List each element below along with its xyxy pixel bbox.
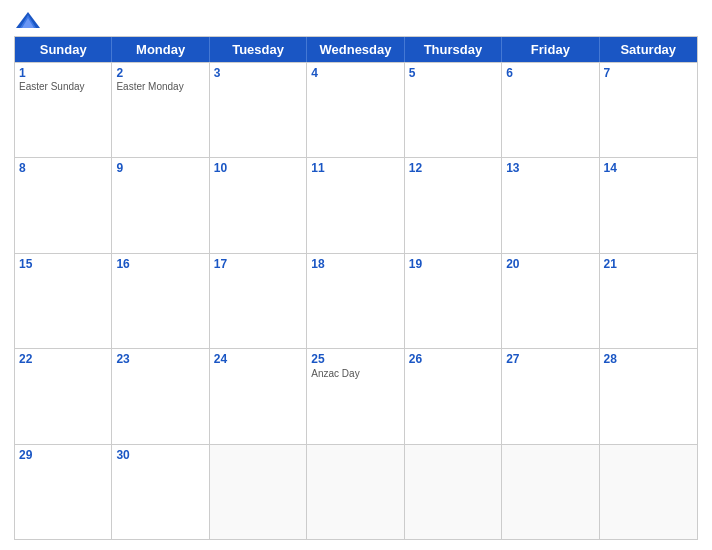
calendar-cell: 24 [210, 349, 307, 443]
day-header-saturday: Saturday [600, 37, 697, 62]
calendar-cell: 9 [112, 158, 209, 252]
calendar-cell: 22 [15, 349, 112, 443]
calendar-week-1: 1Easter Sunday2Easter Monday34567 [15, 62, 697, 157]
cell-date: 8 [19, 161, 107, 175]
cell-date: 15 [19, 257, 107, 271]
calendar-cell: 25Anzac Day [307, 349, 404, 443]
cell-date: 7 [604, 66, 693, 80]
calendar-week-5: 2930 [15, 444, 697, 539]
calendar-week-4: 22232425Anzac Day262728 [15, 348, 697, 443]
cell-date: 13 [506, 161, 594, 175]
cell-date: 22 [19, 352, 107, 366]
logo-icon [14, 10, 42, 32]
calendar-cell: 7 [600, 63, 697, 157]
calendar-cell [600, 445, 697, 539]
day-header-thursday: Thursday [405, 37, 502, 62]
cell-date: 27 [506, 352, 594, 366]
calendar-cell: 15 [15, 254, 112, 348]
cell-date: 17 [214, 257, 302, 271]
cell-date: 10 [214, 161, 302, 175]
cell-date: 9 [116, 161, 204, 175]
calendar-cell: 27 [502, 349, 599, 443]
calendar-cell: 12 [405, 158, 502, 252]
cell-date: 4 [311, 66, 399, 80]
cell-event: Anzac Day [311, 368, 399, 380]
calendar-week-2: 891011121314 [15, 157, 697, 252]
calendar-body: 1Easter Sunday2Easter Monday345678910111… [15, 62, 697, 539]
cell-date: 2 [116, 66, 204, 80]
cell-date: 6 [506, 66, 594, 80]
cell-date: 28 [604, 352, 693, 366]
cell-date: 23 [116, 352, 204, 366]
calendar-cell: 29 [15, 445, 112, 539]
calendar-week-3: 15161718192021 [15, 253, 697, 348]
calendar-cell: 10 [210, 158, 307, 252]
cell-date: 12 [409, 161, 497, 175]
cell-date: 14 [604, 161, 693, 175]
cell-date: 1 [19, 66, 107, 80]
cell-event: Easter Monday [116, 81, 204, 93]
calendar-cell: 16 [112, 254, 209, 348]
calendar-cell: 28 [600, 349, 697, 443]
cell-date: 26 [409, 352, 497, 366]
day-header-tuesday: Tuesday [210, 37, 307, 62]
day-header-friday: Friday [502, 37, 599, 62]
calendar-cell: 11 [307, 158, 404, 252]
calendar-cell [405, 445, 502, 539]
calendar-cell: 14 [600, 158, 697, 252]
calendar-cell: 26 [405, 349, 502, 443]
calendar-cell: 23 [112, 349, 209, 443]
calendar-cell [502, 445, 599, 539]
cell-date: 30 [116, 448, 204, 462]
calendar-cell: 18 [307, 254, 404, 348]
cell-date: 18 [311, 257, 399, 271]
cell-date: 19 [409, 257, 497, 271]
cell-date: 29 [19, 448, 107, 462]
calendar-cell: 21 [600, 254, 697, 348]
cell-date: 3 [214, 66, 302, 80]
page-header [14, 10, 698, 32]
cell-date: 11 [311, 161, 399, 175]
cell-date: 21 [604, 257, 693, 271]
day-header-wednesday: Wednesday [307, 37, 404, 62]
calendar-cell: 6 [502, 63, 599, 157]
day-header-sunday: Sunday [15, 37, 112, 62]
cell-date: 5 [409, 66, 497, 80]
calendar-cell: 4 [307, 63, 404, 157]
cell-date: 24 [214, 352, 302, 366]
calendar-cell [210, 445, 307, 539]
calendar-cell: 20 [502, 254, 599, 348]
cell-event: Easter Sunday [19, 81, 107, 93]
calendar-cell: 2Easter Monday [112, 63, 209, 157]
calendar-cell: 13 [502, 158, 599, 252]
cell-date: 25 [311, 352, 399, 366]
calendar-page: SundayMondayTuesdayWednesdayThursdayFrid… [0, 0, 712, 550]
calendar-cell [307, 445, 404, 539]
calendar: SundayMondayTuesdayWednesdayThursdayFrid… [14, 36, 698, 540]
calendar-header-row: SundayMondayTuesdayWednesdayThursdayFrid… [15, 37, 697, 62]
cell-date: 20 [506, 257, 594, 271]
calendar-cell: 19 [405, 254, 502, 348]
calendar-cell: 8 [15, 158, 112, 252]
calendar-cell: 5 [405, 63, 502, 157]
calendar-cell: 3 [210, 63, 307, 157]
day-header-monday: Monday [112, 37, 209, 62]
calendar-cell: 1Easter Sunday [15, 63, 112, 157]
calendar-cell: 17 [210, 254, 307, 348]
logo [14, 10, 46, 32]
calendar-cell: 30 [112, 445, 209, 539]
cell-date: 16 [116, 257, 204, 271]
